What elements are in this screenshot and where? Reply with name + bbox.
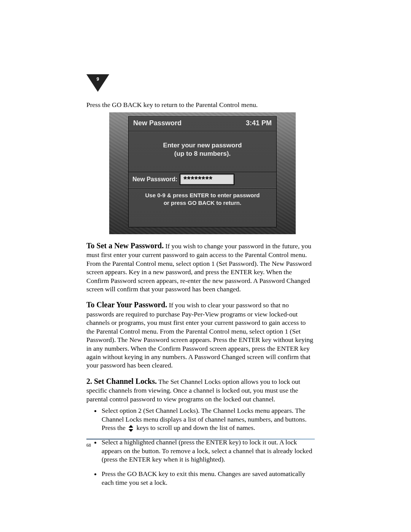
channel-locks-heading: 2. Set Channel Locks.	[86, 377, 157, 385]
hint-line-2: or press GO BACK to return.	[164, 200, 241, 206]
chapter-number: 9	[86, 77, 109, 82]
new-password-screenshot: New Password 3:41 PM Enter your new pass…	[109, 112, 296, 234]
list-item: Select option 2 (Set Channel Locks). The…	[101, 406, 315, 432]
page: 9 Press the GO BACK key to return to the…	[0, 0, 411, 532]
section-set-password: To Set a New Password. If you wish to ch…	[86, 241, 315, 294]
svg-marker-1	[129, 429, 133, 432]
instruction-line-2: (up to 8 numbers).	[174, 150, 231, 157]
lead-text: Press the GO BACK key to return to the P…	[86, 101, 315, 109]
up-down-arrow-icon	[128, 425, 134, 432]
bullet-3: Press the GO BACK key to exit this menu.…	[102, 470, 305, 486]
bullet-1-after: keys to scroll up and down the list of n…	[136, 424, 255, 431]
content-column: 9 Press the GO BACK key to return to the…	[86, 74, 315, 493]
dialog-title: New Password	[133, 119, 182, 127]
channel-locks-bullets: Select option 2 (Set Channel Locks). The…	[86, 406, 315, 487]
svg-marker-0	[129, 425, 133, 428]
page-number: 68	[86, 443, 91, 448]
dialog-header: New Password 3:41 PM	[129, 117, 276, 131]
footer-rule	[86, 439, 315, 439]
set-password-heading: To Set a New Password.	[86, 241, 164, 250]
instruction-line-1: Enter your new password	[163, 142, 242, 149]
dialog-instruction: Enter your new password (up to 8 numbers…	[129, 131, 276, 172]
section-channel-locks: 2. Set Channel Locks. The Set Channel Lo…	[86, 377, 315, 403]
chapter-tab: 9	[86, 74, 109, 93]
hint-line-1: Use 0-9 & press ENTER to enter password	[145, 192, 260, 198]
list-item: Press the GO BACK key to exit this menu.…	[101, 470, 315, 487]
clear-password-body: If you wish to clear your password so th…	[86, 301, 313, 369]
section-clear-password: To Clear Your Password. If you wish to c…	[86, 300, 315, 369]
password-value: ********	[183, 174, 213, 184]
password-row: New Password: ********	[129, 172, 276, 188]
clear-password-heading: To Clear Your Password.	[86, 300, 167, 309]
dialog-hint: Use 0-9 & press ENTER to enter password …	[129, 188, 276, 210]
bullet-2: Select a highlighted channel (press the …	[102, 438, 312, 463]
password-field-label: New Password:	[132, 176, 177, 183]
dialog-clock: 3:41 PM	[246, 119, 272, 127]
list-item: Select a highlighted channel (press the …	[101, 438, 315, 463]
password-input[interactable]: ********	[180, 174, 234, 184]
dialog-panel: New Password 3:41 PM Enter your new pass…	[128, 116, 277, 227]
